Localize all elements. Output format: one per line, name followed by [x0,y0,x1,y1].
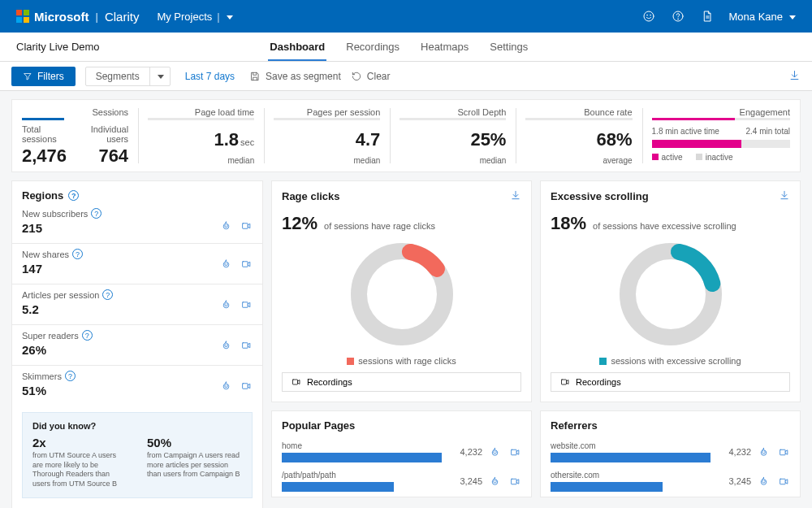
download-icon[interactable] [510,189,521,203]
video-icon[interactable] [778,475,790,488]
popular-title: Popular Pages [282,419,355,432]
flame-icon[interactable] [758,475,770,488]
tab-settings[interactable]: Settings [488,33,529,61]
svg-rect-13 [512,449,517,455]
user-menu[interactable]: Mona Kane [729,11,797,23]
region-row: New subscribers? 215 [12,208,262,243]
regions-title: Regions [22,189,63,202]
engagement-active-label: 1.8 min active time [652,127,719,136]
kpi-pps-title: Pages per session [274,107,380,117]
clear-label: Clear [367,71,391,82]
svg-rect-9 [243,383,248,389]
kpi-scroll-sub: median [400,156,506,165]
clear-button[interactable]: Clear [351,71,391,82]
tab-recordings[interactable]: Recordings [344,33,401,61]
flame-icon[interactable] [489,475,501,488]
region-value: 51% [22,384,253,397]
kpi-total-sessions-label: Total sessions [22,124,67,144]
tab-heatmaps[interactable]: Heatmaps [419,33,470,61]
referrers-title: Referrers [551,419,598,432]
filters-button[interactable]: Filters [11,67,76,86]
kpi-page-load-unit: sec [240,137,254,147]
flame-icon[interactable] [489,446,501,458]
rage-button-label: Recordings [307,377,352,387]
video-icon[interactable] [240,380,253,392]
popular-row: /path/path/path 3,245 [272,467,531,497]
svg-rect-14 [512,479,517,484]
projects-dropdown[interactable]: My Projects | [157,11,232,23]
segments-dropdown[interactable]: Segments [85,67,171,86]
video-icon[interactable] [509,446,521,458]
dyk-a-text: from UTM Source A users are more likely … [32,451,127,489]
save-segment-button[interactable]: Save as segment [249,71,341,82]
info-icon[interactable]: ? [65,371,76,381]
region-row: New shares? 147 [12,243,262,284]
info-icon[interactable]: ? [68,190,79,201]
referrers-row: website.com 4,232 [541,438,800,467]
video-icon[interactable] [509,475,521,488]
rage-clicks-card: Rage clicks 12% of sessions have rage cl… [271,180,532,402]
svg-rect-17 [562,380,567,384]
rage-title: Rage clicks [282,190,340,202]
document-icon[interactable] [700,9,715,24]
popular-value: 3,245 [448,476,482,486]
rage-recordings-button[interactable]: Recordings [282,372,521,392]
rage-legend: sessions with rage clicks [358,356,456,366]
video-icon[interactable] [778,446,790,458]
video-icon[interactable] [240,219,253,232]
dyk-b-num: 50% [147,436,242,449]
info-icon[interactable]: ? [91,208,102,219]
kpi-page-load-sub: median [148,156,254,165]
kpi-sessions-title: Sessions [22,107,128,117]
svg-rect-12 [293,380,298,384]
flame-icon[interactable] [220,298,232,310]
svg-rect-7 [243,302,248,307]
kpi-pps-sub: median [274,156,380,165]
region-value: 5.2 [22,302,253,316]
kpi-page-load: Page load time 1.8sec median [138,100,264,172]
help-icon[interactable] [671,9,685,24]
flame-icon[interactable] [220,258,232,270]
region-label: Articles per session [22,290,99,300]
user-name: Mona Kane [729,11,784,23]
info-icon[interactable]: ? [102,289,113,300]
project-title: Clarity Live Demo [16,41,100,53]
kpi-bounce-value: 68% [597,129,633,150]
svg-point-0 [644,11,654,21]
video-icon[interactable] [240,258,253,270]
kpi-page-load-title: Page load time [148,107,254,117]
regions-list: New subscribers? 215 New shares? 147 [12,208,262,406]
info-icon[interactable]: ? [82,330,93,341]
svg-point-2 [650,15,650,15]
tab-dashboard[interactable]: Dashboard [268,33,326,61]
flame-icon[interactable] [220,219,232,232]
download-icon[interactable] [779,189,790,203]
popular-bar [282,482,394,492]
referrer-value: 4,232 [717,447,751,457]
kpi-engagement-title: Engagement [652,107,790,117]
popular-name: home [282,441,442,450]
download-icon[interactable] [788,69,801,84]
scroll-recordings-button[interactable]: Recordings [551,372,790,392]
scroll-legend: sessions with excessive scrolling [611,356,741,366]
region-value: 147 [22,262,253,276]
svg-point-1 [646,15,647,15]
popular-name: /path/path/path [282,471,442,480]
date-range-chip[interactable]: Last 7 days [180,69,240,84]
feedback-icon[interactable] [641,9,656,24]
kpi-total-sessions-value: 2,476 [22,145,67,167]
flame-icon[interactable] [220,380,232,392]
video-icon[interactable] [240,339,253,351]
rage-pct: 12% [282,213,317,234]
info-icon[interactable]: ? [72,249,83,259]
scroll-sub: of sessions have excessive scrolling [593,221,736,231]
video-icon[interactable] [240,298,253,310]
kpi-bounce-title: Bounce rate [525,107,632,117]
kpi-page-load-value: 1.8 [214,129,240,150]
svg-rect-8 [243,342,248,348]
flame-icon[interactable] [220,339,232,351]
kpi-bounce-sub: average [525,156,632,165]
flame-icon[interactable] [758,446,770,458]
scroll-card: Excessive scrolling 18% of sessions have… [540,180,801,402]
chevron-down-icon [225,11,233,23]
